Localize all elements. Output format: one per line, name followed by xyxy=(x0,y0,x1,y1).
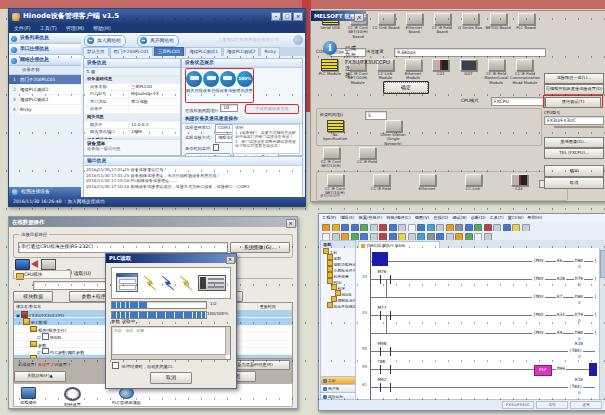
nav-tab-工程[interactable]: 工程 xyxy=(321,376,355,384)
device-row[interactable]: 4Ricky xyxy=(9,105,81,115)
manual-detect-button[interactable]: 手动检测设备在线 xyxy=(245,104,299,114)
time-monitor-checkbox[interactable] xyxy=(213,144,220,151)
tel-button[interactable]: TEL (FXCPU)... xyxy=(544,148,604,159)
device-info-toolbar[interactable]: ⇅ ▦ xyxy=(84,68,180,76)
close-button[interactable]: × xyxy=(293,12,303,21)
menu-item[interactable]: 调试(B) xyxy=(452,214,467,222)
progress-cancel-button[interactable]: 取消 xyxy=(150,372,192,384)
tab-Ricky[interactable]: Ricky xyxy=(260,47,280,56)
module-ethernet[interactable]: Ethernet xyxy=(412,174,442,196)
remote-operation-icon[interactable]: 远程操作 xyxy=(20,387,37,405)
ok-button[interactable]: 确定 xyxy=(544,165,604,177)
tab-海得PLC测试2[interactable]: 海得PLC测试2 xyxy=(223,47,260,56)
close-icon[interactable]: × xyxy=(226,256,235,264)
module-no-specification[interactable]: No Specification xyxy=(320,120,350,146)
progress-files-label: 1/2 xyxy=(210,301,217,307)
menu-item[interactable]: 视图(V) xyxy=(415,214,430,222)
ladder-rung: 44M77[MOVK31D79]0 xyxy=(356,306,600,324)
detect-devices-bar[interactable]: 检测连接设备 xyxy=(9,187,92,197)
module-got[interactable]: GOT xyxy=(455,59,483,85)
instruction-dst: D79 xyxy=(574,311,584,318)
plc-memory-clear-icon[interactable]: PLC存储器清除 xyxy=(112,387,141,405)
menu-item[interactable]: 管理(M) xyxy=(66,25,84,32)
module-ethernet-board[interactable]: Ethernet Board xyxy=(400,13,428,39)
scrollbar-vertical[interactable] xyxy=(225,327,230,355)
sidebar-section-网络连接信息[interactable]: 网络连接信息 xyxy=(9,55,81,66)
ladder-diagram[interactable]: [MOVK6D80]033M76[MOVK28D79]0[MOVK7D80]04… xyxy=(356,248,600,401)
close-icon[interactable]: × xyxy=(354,13,364,22)
menu-item[interactable]: 搜索/替换(F) xyxy=(358,214,382,222)
menu-item[interactable]: 窗口(W) xyxy=(508,214,524,222)
module-plc-board[interactable]: PLC Board xyxy=(512,13,540,39)
connection-list-button[interactable]: 连接路径一览(L)... xyxy=(544,73,604,84)
device-info-footer: 设备清单 设备唯一标识信息 xyxy=(84,139,180,155)
tab-默认主页[interactable]: 默认主页 xyxy=(83,47,109,56)
check-time-field[interactable]: 5 xyxy=(365,111,387,120)
menu-item[interactable]: 在线(O) xyxy=(433,214,448,222)
sidebar-section-设备列表信息[interactable]: 设备列表信息 xyxy=(9,33,81,44)
cpu-mode-field[interactable]: FXCPU xyxy=(491,97,545,106)
leave-network-button[interactable]: 离开网络组 xyxy=(137,35,179,47)
related-functions-button[interactable]: 关联功能(F)▲ xyxy=(14,371,66,382)
menu-item[interactable]: 转换/编译(C) xyxy=(386,214,410,222)
section-icon xyxy=(11,36,17,42)
scrollbar-vertical[interactable] xyxy=(599,248,605,401)
module-data-button[interactable]: 模块数据 xyxy=(13,291,53,302)
menu-item[interactable]: 诊断(D) xyxy=(471,214,486,222)
menu-item[interactable]: 帮助(H) xyxy=(528,214,543,222)
maximize-button[interactable]: □ xyxy=(282,12,292,21)
module-c24[interactable]: C24 xyxy=(427,59,455,85)
menu-item[interactable]: 帮助(H) xyxy=(93,25,111,32)
module-cc-ie-field[interactable]: CC IE Field xyxy=(366,174,396,196)
module-plc-module[interactable]: PLC Module xyxy=(316,59,344,85)
instruction-bracket: ] xyxy=(593,311,598,318)
menu-item[interactable]: 文件(F) xyxy=(14,25,31,32)
device-row[interactable]: 3海得PLC测试1 xyxy=(9,95,81,105)
module-other-station-single-network-[interactable]: Other Station (Single Network) xyxy=(378,120,408,146)
menu-item[interactable]: 工具(T) xyxy=(40,25,57,32)
menu-item[interactable]: 编辑(E) xyxy=(340,214,354,222)
melsoft-ok-button[interactable]: 确定 xyxy=(383,81,429,94)
module-cc-ie-field-master-local-module[interactable]: CC IE Field Master/Local Module xyxy=(482,59,510,85)
auto-close-checkbox[interactable] xyxy=(112,362,119,369)
device-index: 3 xyxy=(9,95,20,104)
device-row[interactable]: 1西门子200PLC01 xyxy=(9,75,81,85)
nav-tree-item[interactable]: 软元件存储器 xyxy=(321,302,355,308)
communication-test-button[interactable]: 通信测试(T) xyxy=(545,97,601,108)
system-image-button[interactable]: 系统图像(G)... xyxy=(230,242,290,253)
extra-toolbar-icon[interactable] xyxy=(293,35,303,45)
info-group: 网关信息 xyxy=(84,114,180,122)
tab-西门子200PLC01[interactable]: 西门子200PLC01 xyxy=(110,47,153,56)
system-image-button[interactable]: 系统图像(G)... xyxy=(544,137,604,148)
transfer-graphic xyxy=(111,267,231,299)
module-c24[interactable]: C24 xyxy=(504,174,534,196)
module-cc-ie-cont-net-10-h-[interactable]: CC IE Cont NET/10(H) xyxy=(316,147,346,169)
cycle-input[interactable]: 10 xyxy=(220,104,238,112)
module-cc-ie-field-communication-head-module[interactable]: CC IE Field Communication Head Module xyxy=(510,59,540,85)
cancel-button[interactable]: 取消 xyxy=(544,177,604,189)
status-label: 通讯质量 xyxy=(236,88,253,93)
comm-quality-icon: 100%通讯质量 xyxy=(236,69,253,102)
join-network-button[interactable]: 加入网络组 xyxy=(84,35,126,47)
module-cc-ie-field[interactable]: CC IE Field xyxy=(352,147,382,169)
baud-rate-field[interactable]: 9.6Kbps xyxy=(394,48,546,57)
menu-item[interactable]: 工具(T) xyxy=(490,214,504,222)
minimize-button[interactable]: – xyxy=(271,12,281,21)
tab-三菱PLC01[interactable]: 三菱PLC01 xyxy=(154,47,185,56)
device-row[interactable]: 2海得PLC测试2 xyxy=(9,85,81,95)
menu-item[interactable]: 工程(P) xyxy=(322,214,336,222)
close-icon[interactable]: × xyxy=(286,219,296,228)
progress-titlebar: PLC读取 × xyxy=(106,254,236,263)
sidebar-section-串口连接信息[interactable]: 串口连接信息 xyxy=(9,44,81,55)
tab-海得PLC测试1[interactable]: 海得PLC测试1 xyxy=(185,47,222,56)
module-q-series-bus[interactable]: Q Series Bus xyxy=(456,13,484,39)
clock-setting-icon[interactable]: 时钟设置 xyxy=(64,387,81,407)
scrollbar-horizontal[interactable] xyxy=(112,354,226,359)
module-cc-ie-field-board[interactable]: CC IE Field Board xyxy=(428,13,456,39)
module-cc-link[interactable]: CC-Link xyxy=(458,174,488,196)
direct-connection-button[interactable]: 可编程控制器直接连接设置(D) xyxy=(544,84,604,95)
coex-note: 多站/访问中 xyxy=(320,192,340,200)
nav-tab-用户库[interactable]: 用户库 xyxy=(321,384,355,392)
module-cc-link-board[interactable]: CC-Link Board xyxy=(372,13,400,39)
module-net-ii-board[interactable]: NET(II) Board xyxy=(484,13,512,39)
